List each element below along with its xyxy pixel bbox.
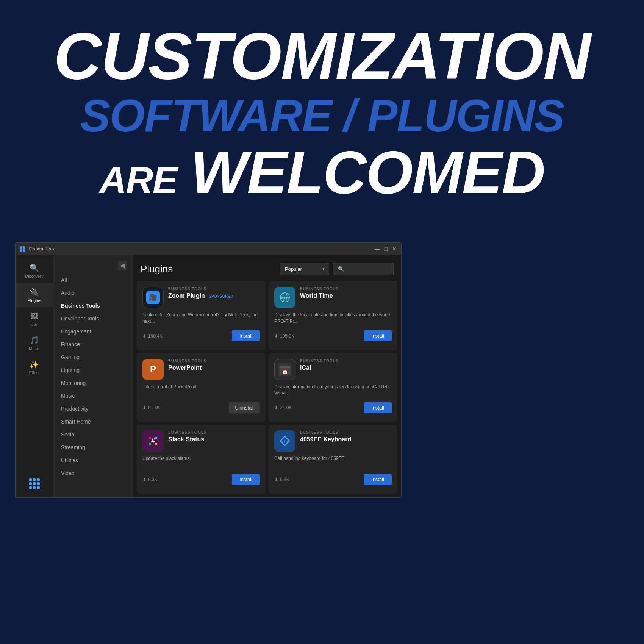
plugin-info-zoom: BUSINESS TOOLS Zoom Plugin SPONSORED xyxy=(168,287,260,299)
sidebar-item-plugins[interactable]: 🔌 Plugins xyxy=(16,283,53,307)
category-business-tools[interactable]: Business Tools xyxy=(53,299,133,312)
titlebar: Stream Dock — □ ✕ xyxy=(16,243,401,255)
plugins-icon: 🔌 xyxy=(30,288,39,297)
download-icon: ⬇ xyxy=(274,477,278,482)
category-sidebar: ◀ All Audio Business Tools Developer Too… xyxy=(53,255,133,497)
collapse-icon[interactable]: ◀ xyxy=(118,261,127,270)
plugin-info-4059ee: BUSINESS TOOLS 4059EE Keyboard xyxy=(300,430,392,443)
svg-text:WLD: WLD xyxy=(281,296,289,300)
svg-text:P: P xyxy=(150,364,156,374)
powerpoint-description: Take control of PowerPoint. xyxy=(142,384,260,397)
world-time-downloads: ⬇ 105.0K xyxy=(274,333,294,339)
zoom-downloads: ⬇ 190.4K xyxy=(142,333,163,339)
sidebar-item-effect-label: Effect xyxy=(29,370,40,375)
slack-description: Update the slack status. xyxy=(142,455,260,468)
category-lighting[interactable]: Lighting xyxy=(53,364,133,377)
category-streaming[interactable]: Streaming xyxy=(53,441,133,454)
ical-name: iCal xyxy=(300,364,392,371)
hero-line3: are WELCOMED xyxy=(23,142,621,203)
category-video[interactable]: Video xyxy=(53,467,133,480)
category-developer-tools[interactable]: Developer Tools xyxy=(53,312,133,325)
ical-category: BUSINESS TOOLS xyxy=(300,359,392,363)
sort-dropdown[interactable]: Popular Newest Alphabetical xyxy=(280,263,329,275)
sidebar-item-discovery[interactable]: 🔍 Discovery xyxy=(16,259,53,283)
zoom-plugin-icon: 🎥 xyxy=(142,287,164,308)
4059ee-icon: </> xyxy=(274,430,295,452)
4059ee-name: 4059EE Keyboard xyxy=(300,436,392,443)
powerpoint-name: PowerPoint xyxy=(168,364,260,371)
sidebar-item-music-label: Music xyxy=(29,346,40,351)
zoom-install-button[interactable]: Install xyxy=(232,330,260,341)
minimize-button[interactable]: — xyxy=(375,246,380,252)
powerpoint-category: BUSINESS TOOLS xyxy=(168,359,260,363)
plugin-top-ical: 📅 BUSINESS TOOLS iCal xyxy=(274,359,392,380)
hero-section: CUSTOMIZATION SOFTWARE / PLUGINS are WEL… xyxy=(0,0,644,218)
sidebar-item-apps[interactable] xyxy=(16,474,53,494)
close-button[interactable]: ✕ xyxy=(392,246,397,252)
world-time-bottom: ⬇ 105.0K Install xyxy=(274,330,392,341)
sidebar-item-plugins-label: Plugins xyxy=(27,298,41,303)
category-smart-home[interactable]: Smart Home xyxy=(53,415,133,428)
zoom-category: BUSINESS TOOLS xyxy=(168,287,260,291)
slack-install-button[interactable]: Install xyxy=(232,474,260,485)
plugin-info-world-time: BUSINESS TOOLS World Time xyxy=(300,287,392,299)
download-icon: ⬇ xyxy=(274,333,278,339)
plugin-card-powerpoint: P BUSINESS TOOLS PowerPoint Take control… xyxy=(137,353,266,422)
category-engagement[interactable]: Engagement xyxy=(53,325,133,338)
ical-install-button[interactable]: Install xyxy=(364,402,392,413)
zoom-sponsored: SPONSORED xyxy=(209,294,233,299)
download-icon: ⬇ xyxy=(142,405,146,410)
sidebar-item-music[interactable]: 🎵 Music xyxy=(16,331,53,355)
plugin-top-slack: # BUSINESS TOOLS Slack Status xyxy=(142,430,260,452)
app-body: 🔍 Discovery 🔌 Plugins 🖼 Icon 🎵 Music ✨ E… xyxy=(16,255,401,497)
4059ee-install-button[interactable]: Install xyxy=(364,474,392,485)
sort-dropdown-wrapper: Popular Newest Alphabetical ▼ xyxy=(280,263,329,275)
ical-description: Display information from your calendar u… xyxy=(274,384,392,397)
svg-rect-11 xyxy=(280,366,290,368)
app-window: Stream Dock — □ ✕ 🔍 Discovery 🔌 Plugins … xyxy=(15,242,402,498)
category-all[interactable]: All xyxy=(53,274,133,286)
slack-downloads: ⬇ 9.3K xyxy=(142,477,158,482)
4059ee-category: BUSINESS TOOLS xyxy=(300,430,392,435)
category-social[interactable]: Social xyxy=(53,428,133,441)
category-music[interactable]: Music xyxy=(53,389,133,402)
svg-point-16 xyxy=(155,437,157,439)
svg-text:#: # xyxy=(151,437,155,445)
category-gaming[interactable]: Gaming xyxy=(53,351,133,364)
category-productivity[interactable]: Productivity xyxy=(53,402,133,415)
world-time-category: BUSINESS TOOLS xyxy=(300,287,392,291)
powerpoint-uninstall-button[interactable]: Uninstall xyxy=(229,402,260,413)
plugin-info-slack: BUSINESS TOOLS Slack Status xyxy=(168,430,260,443)
category-monitoring[interactable]: Monitoring xyxy=(53,377,133,389)
powerpoint-icon: P xyxy=(142,359,164,380)
maximize-button[interactable]: □ xyxy=(385,246,388,252)
plugin-top-4059ee: </> BUSINESS TOOLS 4059EE Keyboard xyxy=(274,430,392,452)
titlebar-controls: — □ ✕ xyxy=(375,246,397,252)
world-time-icon: WLD xyxy=(274,287,295,308)
sidebar-item-effect[interactable]: ✨ Effect xyxy=(16,355,53,380)
powerpoint-bottom: ⬇ 51.3K Uninstall xyxy=(142,402,260,413)
sidebar-item-icon-label: Icon xyxy=(30,322,38,327)
category-finance[interactable]: Finance xyxy=(53,338,133,351)
plugin-top-zoom: 🎥 BUSINESS TOOLS Zoom Plugin SPONSORED xyxy=(142,287,260,308)
zoom-description: Looking for Zoom and Webex control? Try … xyxy=(142,312,260,325)
world-time-install-button[interactable]: Install xyxy=(364,330,392,341)
sidebar-item-icon[interactable]: 🖼 Icon xyxy=(16,307,53,331)
slack-icon: # xyxy=(142,430,164,452)
music-icon: 🎵 xyxy=(30,336,39,345)
svg-text:</>: </> xyxy=(282,439,288,444)
svg-text:🎥: 🎥 xyxy=(149,293,158,302)
plugin-info-ical: BUSINESS TOOLS iCal xyxy=(300,359,392,371)
category-utilities[interactable]: Utilities xyxy=(53,454,133,467)
category-audio[interactable]: Audio xyxy=(53,286,133,299)
download-icon: ⬇ xyxy=(274,405,278,410)
main-header: Plugins Popular Newest Alphabetical ▼ 🔍 xyxy=(133,255,401,281)
hero-line2: SOFTWARE / PLUGINS xyxy=(23,93,621,138)
search-box[interactable]: 🔍 xyxy=(333,263,394,275)
svg-point-17 xyxy=(149,443,151,445)
svg-text:📅: 📅 xyxy=(283,369,288,374)
download-icon: ⬇ xyxy=(142,333,146,339)
apps-grid-icon xyxy=(29,478,40,489)
titlebar-title: Stream Dock xyxy=(28,246,55,252)
4059ee-bottom: ⬇ 6.3K Install xyxy=(274,474,392,485)
